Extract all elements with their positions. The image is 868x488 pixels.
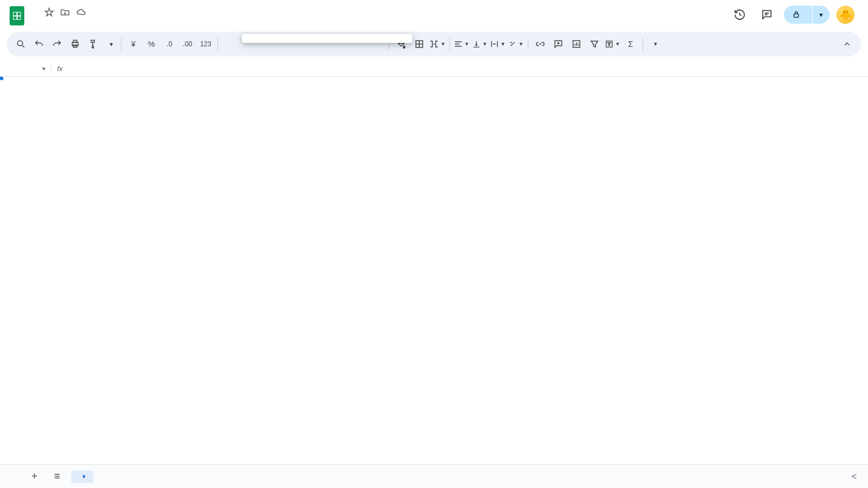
insert-chart-icon[interactable] <box>568 36 585 53</box>
share-button[interactable] <box>784 6 812 24</box>
collapse-toolbar-icon[interactable] <box>839 36 856 53</box>
toolbar: ▼ ¥ % .0 .00 123 ▼ ▼ ▼ ▼ ▼ ▼ Σ ▼ <box>7 32 861 56</box>
svg-point-1 <box>18 41 23 46</box>
currency-yen-icon[interactable]: ¥ <box>125 36 142 53</box>
svg-rect-3 <box>73 40 77 42</box>
formula-bar[interactable]: fx <box>51 64 68 73</box>
insert-comment-icon[interactable] <box>550 36 567 53</box>
text-rotation-icon[interactable]: ▼ <box>507 36 524 53</box>
cell-selection <box>0 77 2 79</box>
history-icon[interactable] <box>730 5 750 25</box>
print-icon[interactable] <box>67 36 84 53</box>
name-box[interactable]: ▼ <box>0 66 51 72</box>
filter-views-icon[interactable]: ▼ <box>604 36 621 53</box>
account-avatar[interactable]: 🐥 <box>836 6 854 24</box>
comments-icon[interactable] <box>757 5 777 25</box>
merge-cells-icon[interactable]: ▼ <box>429 36 446 53</box>
search-icon[interactable] <box>12 36 29 53</box>
vertical-align-icon[interactable]: ▼ <box>471 36 488 53</box>
svg-rect-0 <box>794 14 798 18</box>
ime-icon[interactable]: ▼ <box>646 36 663 53</box>
cloud-status-icon[interactable] <box>76 7 87 18</box>
functions-icon[interactable]: Σ <box>622 36 639 53</box>
horizontal-align-icon[interactable]: ▼ <box>453 36 470 53</box>
star-icon[interactable] <box>44 7 54 18</box>
doc-title[interactable] <box>33 12 40 13</box>
increase-decimal-icon[interactable]: .00 <box>179 36 196 53</box>
insert-link-icon[interactable] <box>532 36 549 53</box>
redo-icon[interactable] <box>49 36 66 53</box>
undo-icon[interactable] <box>31 36 47 53</box>
sheets-logo[interactable] <box>6 5 28 27</box>
more-formats-icon[interactable]: 123 <box>197 36 214 53</box>
borders-icon[interactable] <box>411 36 428 53</box>
text-wrap-icon[interactable]: ▼ <box>489 36 506 53</box>
decrease-decimal-icon[interactable]: .0 <box>161 36 178 53</box>
selection-handle[interactable] <box>0 77 3 80</box>
move-icon[interactable] <box>60 7 70 18</box>
filter-icon[interactable] <box>586 36 603 53</box>
extensions-menu <box>242 34 413 43</box>
share-dropdown[interactable]: ▼ <box>813 6 830 24</box>
paint-format-icon[interactable] <box>85 36 102 53</box>
zoom-select[interactable]: ▼ <box>103 41 118 47</box>
percent-icon[interactable]: % <box>143 36 160 53</box>
